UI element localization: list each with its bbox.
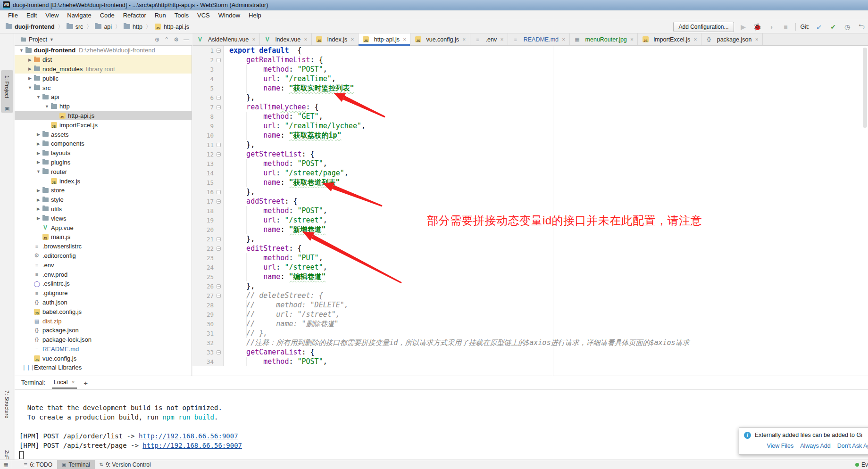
panel-settings-gear-icon[interactable]: ⚙ <box>174 36 179 43</box>
close-icon[interactable]: ✕ <box>403 37 407 42</box>
title-bar[interactable]: WS duoji-frontend [D:\zheheWeb\duoji-fro… <box>0 0 868 10</box>
fold-marker-icon[interactable] <box>217 105 221 109</box>
fold-marker-icon[interactable] <box>217 143 221 147</box>
tree-item-http-api-js[interactable]: JShttp-api.js <box>15 111 192 121</box>
chevron-expanded-icon[interactable]: ▼ <box>35 95 42 99</box>
chevron-collapsed-icon[interactable]: ▶ <box>35 206 42 211</box>
breadcrumb-item-duoji-frontend[interactable]: duoji-frontend <box>5 23 56 31</box>
tree-item-editorconfig[interactable]: ⚙.editorconfig <box>15 251 192 261</box>
chevron-collapsed-icon[interactable]: ▶ <box>27 66 33 71</box>
tree-item-env-prod[interactable]: ≡.env.prod <box>15 270 192 279</box>
new-terminal-session-icon[interactable]: + <box>83 379 88 387</box>
menu-item-edit[interactable]: Edit <box>22 11 41 20</box>
tab-readme-md[interactable]: ≡README.md✕ <box>508 33 570 45</box>
git-rollback-icon[interactable]: ⮌ <box>857 23 866 31</box>
close-icon[interactable]: ✕ <box>72 380 75 385</box>
terminal-link[interactable]: http://192.168.66.56:9007 <box>139 432 238 440</box>
tree-item-style[interactable]: ▶style <box>15 195 192 205</box>
fold-marker-icon[interactable] <box>217 199 221 204</box>
run-icon[interactable]: ▶ <box>739 23 748 31</box>
chevron-expanded-icon[interactable]: ▼ <box>35 169 42 174</box>
fold-marker-icon[interactable] <box>217 58 221 62</box>
fold-marker-icon[interactable] <box>217 190 221 194</box>
chevron-collapsed-icon[interactable]: ▶ <box>35 141 42 146</box>
fold-marker-icon[interactable] <box>217 49 221 53</box>
hide-panel-icon[interactable]: — <box>184 36 189 43</box>
tree-item-views[interactable]: ▶views <box>15 214 192 223</box>
menu-item-window[interactable]: Window <box>214 11 244 20</box>
chevron-expanded-icon[interactable]: ▼ <box>18 48 25 53</box>
tree-item-eslintrc-js[interactable]: ◯.eslintrc.js <box>15 279 192 288</box>
tree-item-package-lock-json[interactable]: {}package-lock.json <box>15 335 192 345</box>
menu-item-navigate[interactable]: Navigate <box>63 11 95 20</box>
stripe-tab-project[interactable]: 1: Project ▣ <box>1 70 13 113</box>
chevron-collapsed-icon[interactable]: ▶ <box>35 197 42 202</box>
tree-item-app-vue[interactable]: VApp.vue <box>15 223 192 232</box>
tree-item-src[interactable]: ▼src <box>15 83 192 92</box>
tree-item-utils[interactable]: ▶utils <box>15 205 192 214</box>
toolwindow-toggle-icon[interactable]: ▦ <box>0 460 12 469</box>
tree-item-babel-config-js[interactable]: JSbabel.config.js <box>15 307 192 316</box>
close-icon[interactable]: ✕ <box>562 37 566 42</box>
tree-item-layouts[interactable]: ▶layouts <box>15 148 192 158</box>
tree-item-external-libraries[interactable]: ❘❘❘External Libraries <box>15 363 192 372</box>
tab-env[interactable]: ≡.env✕ <box>470 33 508 45</box>
tab-asidemenu-vue[interactable]: VAsideMenu.vue✕ <box>192 33 260 45</box>
tree-item-api[interactable]: ▼api <box>15 92 192 102</box>
menu-item-file[interactable]: File <box>4 11 22 20</box>
breadcrumb-item-http-api-js[interactable]: JShttp-api.js <box>153 23 190 31</box>
chevron-expanded-icon[interactable]: ▼ <box>27 85 33 90</box>
tree-item-dist[interactable]: ▶dist <box>15 55 192 65</box>
tree-item-readme-md[interactable]: ≡README.md <box>15 345 192 354</box>
tree-item-vue-config-js[interactable]: JSvue.config.js <box>15 354 192 363</box>
close-icon[interactable]: ✕ <box>304 37 308 42</box>
notification-link-don-t-ask-agai[interactable]: Don't Ask Agai <box>837 443 868 449</box>
chevron-collapsed-icon[interactable]: ▶ <box>27 76 33 81</box>
breadcrumb-item-src[interactable]: src <box>66 23 84 31</box>
fold-marker-icon[interactable] <box>217 294 221 298</box>
statusbar-item-6-todo[interactable]: ≣6: TODO <box>19 460 57 469</box>
tree-item-plugins[interactable]: ▶plugins <box>15 158 192 167</box>
tab-http-api-js[interactable]: JShttp-api.js✕ <box>359 33 411 45</box>
chevron-collapsed-icon[interactable]: ▶ <box>35 160 42 165</box>
stripe-tab-structure[interactable]: 7: Structure <box>1 383 13 426</box>
tree-item-browserslistrc[interactable]: ≡.browserslistrc <box>15 242 192 251</box>
tree-item-components[interactable]: ▶components <box>15 139 192 148</box>
tab-menurouter-jpg[interactable]: ▦menuRouter.jpg✕ <box>570 33 638 45</box>
close-icon[interactable]: ✕ <box>252 37 256 42</box>
stop-icon[interactable]: ■ <box>781 23 791 31</box>
fold-marker-icon[interactable] <box>217 284 221 288</box>
tab-index-vue[interactable]: Vindex.vue✕ <box>260 33 312 45</box>
menu-item-run[interactable]: Run <box>150 11 170 20</box>
statusbar-item-terminal[interactable]: ▣Terminal <box>57 460 95 469</box>
chevron-collapsed-icon[interactable]: ▶ <box>27 58 33 62</box>
project-panel-title[interactable]: Project ▼ <box>20 36 54 43</box>
git-commit-icon[interactable]: ✔ <box>828 23 838 31</box>
tree-item-main-js[interactable]: JSmain.js <box>15 232 192 242</box>
collapse-all-icon[interactable]: ⌃ <box>164 36 169 43</box>
locate-file-icon[interactable]: ⊕ <box>155 36 159 43</box>
tree-item-assets[interactable]: ▶assets <box>15 130 192 139</box>
tab-package-json[interactable]: {}package.json✕ <box>701 33 763 45</box>
fold-marker-icon[interactable] <box>217 247 221 251</box>
git-history-icon[interactable]: ◷ <box>843 23 852 31</box>
git-update-icon[interactable]: ↙ <box>814 23 824 31</box>
terminal-link[interactable]: http://192.168.66.56:9007 <box>142 442 242 449</box>
fold-marker-icon[interactable] <box>217 237 221 241</box>
close-icon[interactable]: ✕ <box>500 37 504 42</box>
breadcrumb-item-http[interactable]: http <box>123 23 143 31</box>
chevron-collapsed-icon[interactable]: ▶ <box>35 188 42 193</box>
close-icon[interactable]: ✕ <box>462 37 466 42</box>
tree-item-gitignore[interactable]: ≡.gitignore <box>15 288 192 298</box>
tree-item-node-modules[interactable]: ▶node_moduleslibrary root <box>15 65 192 74</box>
chevron-collapsed-icon[interactable]: ▶ <box>35 151 42 156</box>
menu-item-vcs[interactable]: VCS <box>193 11 214 20</box>
tree-item-router[interactable]: ▼router <box>15 167 192 176</box>
add-configuration-button[interactable]: Add Configuration... <box>673 22 734 32</box>
tree-item-dist-zip[interactable]: ▤dist.zip <box>15 316 192 326</box>
tree-item-public[interactable]: ▶public <box>15 74 192 83</box>
menu-item-help[interactable]: Help <box>244 11 266 20</box>
menu-item-code[interactable]: Code <box>96 11 119 20</box>
debug-icon[interactable]: 🐞 <box>753 23 762 31</box>
terminal-tab-local[interactable]: Local ✕ <box>52 377 77 389</box>
